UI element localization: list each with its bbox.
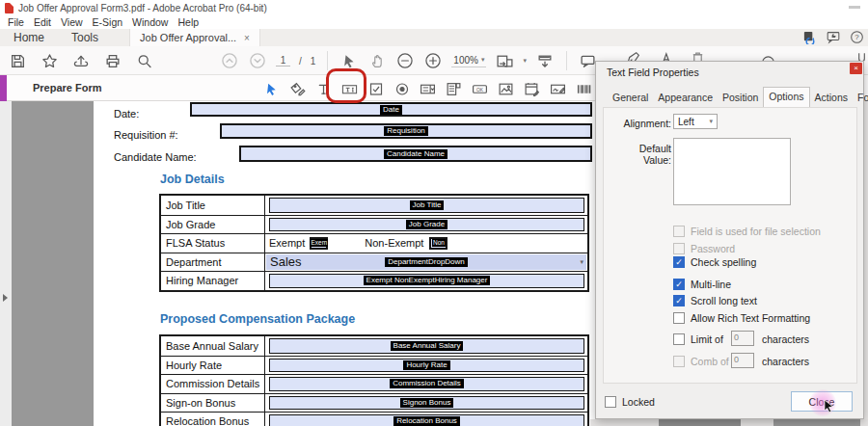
dialog-close-icon[interactable]: × [850, 63, 862, 74]
next-page-icon[interactable] [248, 50, 267, 71]
select-tool-icon[interactable] [339, 50, 359, 71]
tab-tools[interactable]: Tools [58, 29, 112, 46]
menu-file[interactable]: File [8, 16, 24, 28]
save-icon[interactable] [8, 50, 27, 71]
zoom-out-icon[interactable] [395, 50, 415, 71]
table-row: Hourly Rate Hourly Rate [161, 356, 587, 375]
alignment-select[interactable]: Left ▾ [673, 114, 718, 129]
text-field-properties-dialog: Text Field Properties × General Appearan… [595, 61, 864, 419]
exempt-checkbox-field[interactable]: Exem [310, 237, 328, 250]
hourly-rate-field[interactable]: Hourly Rate [269, 359, 584, 373]
chevron-down-icon[interactable]: ▾ [580, 258, 583, 266]
default-value-textarea[interactable] [673, 138, 791, 205]
comb-characters-input[interactable]: 0 [731, 353, 754, 368]
comb-checkbox[interactable] [673, 356, 685, 367]
signature-field-icon[interactable] [550, 78, 566, 99]
job-details-table: Job Title Job Title Job Grade Job Grade … [159, 194, 589, 292]
file-selection-checkbox[interactable] [673, 226, 685, 237]
menu-esign[interactable]: E-Sign [93, 16, 123, 28]
multi-line-checkbox[interactable]: ✓ [673, 279, 685, 290]
password-checkbox[interactable] [673, 243, 685, 254]
candidate-name-field[interactable]: Candidate Name [239, 146, 592, 162]
page-fit-chevron-icon[interactable]: ▾ [523, 57, 527, 65]
zoom-level-select[interactable]: 100% ▾ [451, 55, 486, 67]
text-field-icon[interactable] [341, 78, 358, 99]
table-row: Commission Details Commission Details [161, 374, 587, 393]
close-button[interactable]: Close [791, 391, 853, 412]
chevron-down-icon: ▾ [481, 56, 485, 64]
tab-general[interactable]: General [608, 89, 653, 107]
share-upload-icon[interactable] [71, 50, 91, 71]
scroll-long-text-checkbox[interactable]: ✓ [673, 295, 685, 306]
tab-actions[interactable]: Actions [810, 89, 853, 107]
dialog-tab-strip: General Appearance Position Options Acti… [608, 87, 868, 107]
check-spelling-checkbox[interactable]: ✓ [673, 256, 685, 268]
previous-page-icon[interactable] [220, 50, 239, 71]
relocation-bonus-field[interactable]: Relocation Bonus [269, 414, 584, 426]
tab-document[interactable]: Job Offer Approval... × [129, 29, 260, 46]
feedback-icon[interactable] [826, 30, 841, 44]
limit-characters-suffix: characters [762, 333, 809, 345]
sign-on-bonus-label: Sign-on Bonus [161, 394, 265, 413]
requisition-field[interactable]: Requisition [220, 123, 592, 139]
left-panel-rail[interactable] [0, 101, 12, 426]
date-field-icon[interactable] [524, 78, 540, 99]
barcode-field-icon[interactable] [576, 78, 592, 99]
non-exempt-checkbox-field[interactable]: Non [429, 237, 448, 250]
menu-view[interactable]: View [61, 16, 83, 28]
locked-checkbox[interactable] [605, 396, 616, 408]
zoom-in-icon[interactable] [423, 50, 443, 71]
dialog-title: Text Field Properties [607, 67, 699, 78]
tab-format[interactable]: Format [853, 89, 868, 107]
job-grade-field[interactable]: Job Grade [269, 218, 584, 232]
zoom-level-value: 100% [453, 55, 478, 66]
menu-edit[interactable]: Edit [34, 16, 51, 28]
title-bar: Job Offer Approval Form3.pdf - Adobe Acr… [0, 0, 868, 15]
commission-details-field[interactable]: Commission Details [269, 377, 584, 391]
search-icon[interactable] [135, 50, 154, 71]
job-grade-field-tag: Job Grade [406, 220, 448, 229]
edit-fields-icon[interactable] [289, 78, 306, 99]
document-tab-bar: Home Tools Job Offer Approval... × [0, 29, 868, 46]
sign-on-bonus-field[interactable]: Signon Bonus [269, 396, 584, 411]
print-icon[interactable] [103, 50, 122, 71]
page-fit-icon[interactable] [495, 50, 514, 71]
expand-panel-icon[interactable] [3, 294, 8, 302]
date-field[interactable]: Date [190, 102, 592, 117]
hiring-manager-field[interactable]: Exempt NonExemptHiring Manager [269, 274, 584, 288]
listbox-field-icon[interactable] [446, 78, 462, 99]
combobox-field-icon[interactable] [420, 78, 436, 99]
job-title-field[interactable]: Job Title [269, 198, 584, 213]
table-row: Base Annual Salary Base Annual Salary [161, 336, 587, 356]
default-value-label: Default Value: [611, 143, 671, 166]
help-icon[interactable]: ? [850, 30, 864, 44]
tab-position[interactable]: Position [718, 89, 763, 107]
non-exempt-field-tag: Non [432, 239, 446, 247]
fit-width-icon[interactable] [535, 50, 555, 71]
tab-appearance[interactable]: Appearance [653, 89, 718, 107]
date-label: Date: [114, 108, 139, 120]
tab-options[interactable]: Options [763, 87, 809, 107]
hand-tool-icon[interactable] [367, 50, 387, 71]
minimize-button[interactable] [849, 6, 860, 9]
table-row: Department Sales DepartmentDropDown ▾ [161, 253, 587, 272]
add-text-icon[interactable] [315, 78, 332, 99]
document-cloud-icon[interactable] [802, 30, 817, 44]
rich-text-checkbox[interactable] [673, 312, 685, 324]
menu-help[interactable]: Help [177, 16, 199, 28]
radio-field-icon[interactable] [393, 78, 410, 99]
tab-close-icon[interactable]: × [244, 33, 250, 43]
table-row: Sign-on Bonus Signon Bonus [161, 393, 587, 413]
limit-checkbox[interactable] [673, 333, 685, 345]
form-select-icon[interactable] [263, 78, 280, 99]
button-field-icon[interactable]: OK [472, 78, 488, 99]
tab-home[interactable]: Home [0, 29, 58, 46]
star-icon[interactable] [40, 50, 59, 71]
limit-characters-input[interactable]: 0 [731, 331, 754, 346]
image-field-icon[interactable] [498, 78, 514, 99]
department-dropdown[interactable]: Sales DepartmentDropDown ▾ [266, 254, 586, 271]
base-annual-salary-field[interactable]: Base Annual Salary [269, 338, 584, 354]
page-number-input[interactable]: 1 [276, 55, 290, 67]
checkbox-field-icon[interactable] [367, 78, 384, 99]
menu-window[interactable]: Window [132, 16, 168, 28]
